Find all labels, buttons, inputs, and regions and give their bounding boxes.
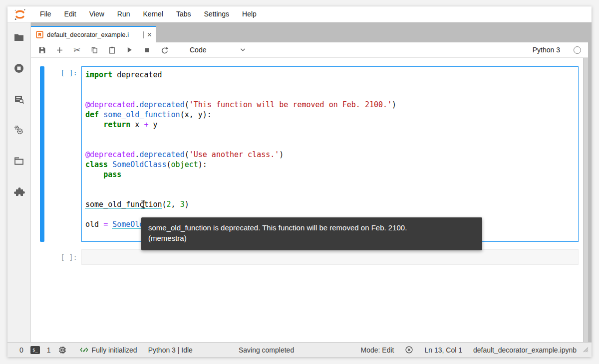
code-line: pass: [85, 170, 575, 180]
cell-input-prompt: [ ]:: [31, 253, 77, 261]
code-cell-editor[interactable]: import deprecated @deprecated.deprecated…: [81, 66, 579, 242]
cell-input-prompt: [ ]:: [31, 69, 77, 77]
menu-settings[interactable]: Settings: [198, 6, 236, 22]
tab-close-icon[interactable]: ×: [147, 31, 152, 39]
code-line: some_old_function(2, 3): [85, 199, 575, 209]
tab-bar: default_decorator_example.i ×: [31, 22, 588, 42]
jupyter-logo-icon: [12, 7, 27, 22]
kernel-status-indicator-icon: [574, 46, 581, 54]
menu-edit[interactable]: Edit: [58, 6, 83, 22]
cell-type-dropdown[interactable]: Code: [190, 46, 246, 54]
restart-kernel-button[interactable]: [159, 45, 169, 55]
save-button[interactable]: [37, 45, 47, 55]
code-line: [85, 140, 575, 150]
not-trusted-icon: [405, 346, 413, 354]
notebook-panel: [ ]: import deprecated @deprecated.depre…: [31, 58, 588, 342]
trust-indicator[interactable]: [405, 346, 413, 354]
cursor-position[interactable]: Ln 13, Col 1: [424, 346, 462, 354]
code-line: return x + y: [85, 120, 575, 130]
dock-area: default_decorator_example.i × ✂: [7, 22, 592, 342]
notebook-toolbar: ✂: [31, 42, 588, 58]
code-line: [85, 180, 575, 189]
filename-status: default_decorator_example.ipynb: [473, 346, 577, 354]
status-bar: 0 $_ 1 Fully initialized Python 3 | Idle…: [7, 342, 592, 357]
menu-bar: FileEditViewRunKernelTabsSettingsHelp: [7, 6, 592, 22]
kernels-count: 1: [47, 346, 51, 354]
code-check-icon: [80, 346, 88, 354]
menu-help[interactable]: Help: [236, 6, 263, 22]
menu-view[interactable]: View: [83, 6, 111, 22]
jupyterlab-window: FileEditViewRunKernelTabsSettingsHelp: [7, 6, 592, 357]
menu-file[interactable]: File: [33, 6, 58, 22]
cell-type-value: Code: [190, 46, 206, 54]
notebook-icon: [36, 31, 43, 38]
tab-text-caret: [143, 31, 144, 38]
code-line: [85, 80, 575, 90]
deprecation-tooltip: some_old_function is deprecated. This fu…: [141, 217, 482, 250]
property-inspector-icon[interactable]: [13, 124, 25, 136]
empty-code-cell-editor[interactable]: [81, 249, 579, 265]
code-line: [85, 130, 575, 140]
terminals-count: 0: [19, 346, 23, 354]
lsp-status[interactable]: Fully initialized: [80, 346, 137, 354]
save-status: Saving completed: [239, 346, 294, 354]
lsp-status-text: Fully initialized: [92, 346, 137, 354]
menu-kernel[interactable]: Kernel: [136, 6, 169, 22]
open-tabs-icon[interactable]: [13, 155, 25, 167]
code-line: @deprecated.deprecated('This function wi…: [85, 100, 575, 110]
code-line: [85, 90, 575, 100]
main-dock-panel: default_decorator_example.i × ✂: [31, 22, 592, 342]
menu-run[interactable]: Run: [111, 6, 137, 22]
menu-tabs[interactable]: Tabs: [170, 6, 198, 22]
menu-items: FileEditViewRunKernelTabsSettingsHelp: [33, 6, 263, 22]
insert-cell-button[interactable]: [54, 45, 64, 55]
run-cell-button[interactable]: [124, 45, 134, 55]
kernel-name-button[interactable]: Python 3: [533, 46, 560, 54]
code-line: @deprecated.deprecated('Use another clas…: [85, 150, 575, 160]
code-line: def some_old_function(x, y):: [85, 110, 575, 120]
extension-manager-icon[interactable]: [13, 186, 25, 198]
left-sidebar: [7, 22, 31, 342]
text-cursor-icon: [140, 199, 146, 209]
file-browser-icon[interactable]: [13, 31, 25, 43]
resize-grip[interactable]: [582, 346, 589, 354]
interrupt-kernel-button[interactable]: [142, 45, 152, 55]
code-line: import deprecated: [85, 70, 575, 80]
tooltip-line1: some_old_function is deprecated. This fu…: [148, 222, 475, 233]
running-sessions-icon[interactable]: [13, 62, 25, 74]
chevron-down-icon: [240, 48, 246, 52]
kernel-status[interactable]: Python 3 | Idle: [148, 346, 193, 354]
cut-cells-button[interactable]: ✂: [72, 45, 82, 55]
table-of-contents-icon[interactable]: [13, 93, 25, 105]
sessions-status[interactable]: 0 $_ 1: [19, 346, 67, 355]
notebook-scrollbar[interactable]: [583, 58, 588, 342]
notebook-tab[interactable]: default_decorator_example.i ×: [31, 26, 156, 42]
paste-cells-button[interactable]: [107, 45, 117, 55]
copy-cells-button[interactable]: [89, 45, 99, 55]
code-line: class SomeOldClass(object):: [85, 160, 575, 170]
tab-title: default_decorator_example.i: [47, 31, 140, 38]
terminal-icon: $_: [30, 346, 40, 354]
tooltip-line2: (memestra): [148, 233, 475, 243]
active-cell-indicator[interactable]: [40, 66, 44, 242]
mode-indicator[interactable]: Mode: Edit: [361, 346, 394, 354]
kernel-chip-icon: [58, 346, 67, 355]
code-line: [85, 189, 575, 199]
